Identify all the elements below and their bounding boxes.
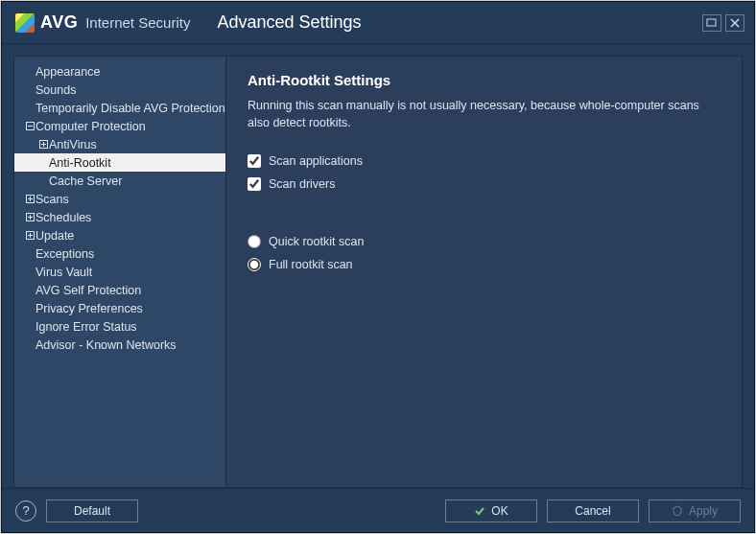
sidebar-item-label: Cache Server	[49, 174, 122, 188]
settings-window: AVG Internet Security Advanced Settings …	[1, 1, 755, 533]
sidebar-item-label: Sounds	[35, 83, 76, 97]
sidebar-item-advisor-known-networks[interactable]: Advisor - Known Networks	[14, 336, 225, 354]
help-button[interactable]: ?	[15, 500, 36, 522]
default-button[interactable]: Default	[46, 499, 138, 522]
sidebar-item-label: Schedules	[35, 211, 91, 224]
checkbox-input[interactable]	[248, 177, 261, 191]
titlebar: AVG Internet Security Advanced Settings	[2, 2, 754, 44]
checkbox-label: Scan drivers	[269, 177, 335, 191]
sidebar-item-avg-self-protection[interactable]: AVG Self Protection	[14, 281, 225, 299]
sidebar-item-label: Ignore Error Status	[35, 320, 137, 334]
checkbox-scan-applications[interactable]: Scan applications	[248, 154, 721, 168]
logo: AVG Internet Security	[15, 12, 190, 33]
sidebar-item-label: Update	[35, 229, 74, 243]
radio-label: Quick rootkit scan	[269, 235, 364, 248]
content-description: Running this scan manually is not usuall…	[248, 98, 721, 131]
sidebar-item-label: Temporarily Disable AVG Protection	[35, 102, 225, 115]
sidebar-item-temporarily-disable-avg-protection[interactable]: Temporarily Disable AVG Protection	[14, 99, 225, 117]
collapse-icon[interactable]	[24, 122, 35, 130]
bottom-bar: ? Default OK Cancel Apply	[2, 488, 754, 532]
expand-icon[interactable]	[24, 231, 35, 240]
radio-group: Quick rootkit scanFull rootkit scan	[248, 235, 721, 271]
sidebar-item-virus-vault[interactable]: Virus Vault	[14, 263, 225, 281]
sidebar-item-label: AntiVirus	[49, 138, 97, 151]
sidebar-item-antivirus[interactable]: AntiVirus	[14, 135, 225, 153]
sidebar-tree: AppearanceSoundsTemporarily Disable AVG …	[13, 56, 226, 488]
sidebar-item-cache-server[interactable]: Cache Server	[14, 172, 225, 190]
radio-input[interactable]	[248, 235, 261, 248]
brand-subtitle: Internet Security	[85, 14, 190, 31]
radio-quick-rootkit-scan[interactable]: Quick rootkit scan	[248, 235, 721, 248]
sidebar-item-update[interactable]: Update	[14, 226, 225, 244]
check-icon	[474, 505, 485, 517]
close-icon	[730, 18, 740, 28]
ok-label: OK	[491, 504, 508, 518]
apply-label: Apply	[689, 504, 718, 518]
sidebar-item-label: Exceptions	[35, 247, 94, 261]
content-panel: Anti-Rootkit Settings Running this scan …	[226, 56, 743, 488]
sidebar-item-privacy-preferences[interactable]: Privacy Preferences	[14, 299, 225, 317]
content-heading: Anti-Rootkit Settings	[248, 72, 721, 88]
avg-logo-icon	[15, 13, 35, 33]
brand-text: AVG	[40, 12, 78, 33]
sidebar-item-anti-rootkit[interactable]: Anti-Rootkit	[14, 153, 225, 172]
sidebar-item-schedules[interactable]: Schedules	[14, 208, 225, 226]
window-controls	[702, 14, 744, 32]
sidebar-item-label: AVG Self Protection	[35, 284, 141, 297]
sidebar-item-ignore-error-status[interactable]: Ignore Error Status	[14, 317, 225, 336]
radio-full-rootkit-scan[interactable]: Full rootkit scan	[248, 258, 721, 271]
expand-icon[interactable]	[24, 195, 35, 203]
close-button[interactable]	[725, 14, 744, 32]
checkbox-label: Scan applications	[269, 154, 363, 168]
sidebar-item-scans[interactable]: Scans	[14, 190, 225, 208]
sidebar-item-label: Virus Vault	[35, 266, 92, 279]
checkbox-scan-drivers[interactable]: Scan drivers	[248, 177, 721, 191]
radio-input[interactable]	[248, 258, 261, 271]
apply-button[interactable]: Apply	[649, 499, 741, 522]
radio-label: Full rootkit scan	[269, 258, 353, 271]
sidebar-item-label: Appearance	[35, 65, 100, 79]
sidebar-item-label: Privacy Preferences	[35, 302, 143, 315]
shield-icon	[672, 505, 683, 517]
sidebar-item-exceptions[interactable]: Exceptions	[14, 244, 225, 263]
sidebar-item-label: Computer Protection	[35, 120, 146, 133]
sidebar-item-computer-protection[interactable]: Computer Protection	[14, 117, 225, 135]
expand-icon[interactable]	[37, 140, 49, 149]
sidebar-item-sounds[interactable]: Sounds	[14, 81, 225, 99]
sidebar-item-label: Anti-Rootkit	[49, 156, 111, 170]
page-title: Advanced Settings	[217, 12, 361, 33]
minimize-button[interactable]	[702, 14, 721, 32]
question-icon: ?	[22, 503, 29, 518]
body: AppearanceSoundsTemporarily Disable AVG …	[2, 44, 754, 488]
sidebar-item-appearance[interactable]: Appearance	[14, 62, 225, 81]
restore-icon	[706, 18, 718, 28]
svg-rect-0	[707, 19, 716, 26]
checkbox-input[interactable]	[248, 154, 261, 168]
expand-icon[interactable]	[24, 213, 35, 221]
sidebar-item-label: Scans	[35, 193, 69, 206]
sidebar-item-label: Advisor - Known Networks	[35, 338, 177, 352]
ok-button[interactable]: OK	[445, 499, 537, 522]
checkbox-group: Scan applicationsScan drivers	[248, 154, 721, 191]
cancel-button[interactable]: Cancel	[547, 499, 639, 522]
